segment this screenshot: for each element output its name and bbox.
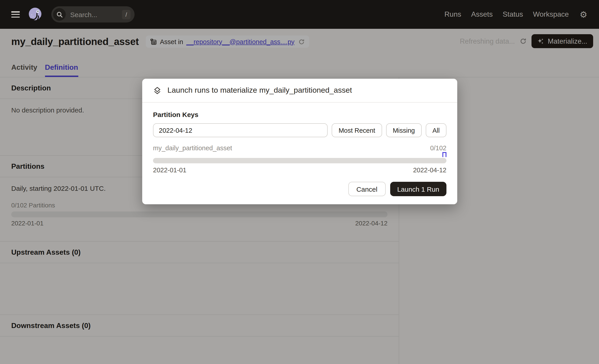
all-button[interactable]: All bbox=[426, 123, 446, 137]
nav-item-workspace[interactable]: Workspace bbox=[533, 10, 569, 18]
nav-item-assets[interactable]: Assets bbox=[471, 10, 493, 18]
cancel-button[interactable]: Cancel bbox=[348, 182, 386, 196]
dialog-progress-count: 0/102 bbox=[430, 144, 446, 152]
top-navbar: / Runs Assets Status Workspace ⚙ bbox=[0, 0, 599, 29]
app-root: / Runs Assets Status Workspace ⚙ my_dail… bbox=[0, 0, 599, 364]
missing-button[interactable]: Missing bbox=[386, 123, 422, 137]
global-search: / bbox=[51, 6, 135, 23]
dialog-start-date: 2022-01-01 bbox=[153, 166, 186, 174]
dialog-end-date: 2022-04-12 bbox=[413, 166, 446, 174]
asset-layers-icon bbox=[153, 86, 162, 95]
selected-partition-marker bbox=[442, 152, 446, 157]
most-recent-button[interactable]: Most Recent bbox=[332, 123, 382, 137]
dialog-title: Launch runs to materialize my_daily_part… bbox=[167, 86, 352, 95]
search-input[interactable] bbox=[69, 10, 122, 19]
partition-key-input[interactable] bbox=[153, 123, 328, 137]
dagster-logo[interactable] bbox=[27, 7, 43, 22]
dialog-header: Launch runs to materialize my_daily_part… bbox=[142, 79, 457, 103]
search-shortcut-badge: / bbox=[122, 10, 131, 19]
launch-partitions-dialog: Launch runs to materialize my_daily_part… bbox=[142, 79, 457, 204]
dialog-partition-bar[interactable] bbox=[153, 158, 446, 163]
search-icon bbox=[53, 8, 66, 21]
selection-marker-row bbox=[153, 152, 446, 158]
nav-item-runs[interactable]: Runs bbox=[444, 10, 461, 18]
dialog-asset-name: my_daily_partitioned_asset bbox=[153, 144, 232, 152]
settings-gear-icon[interactable]: ⚙ bbox=[580, 10, 587, 19]
nav-item-status[interactable]: Status bbox=[503, 10, 523, 18]
launch-run-button[interactable]: Launch 1 Run bbox=[390, 182, 446, 196]
partition-keys-label: Partition Keys bbox=[153, 111, 446, 118]
hamburger-menu-icon[interactable] bbox=[11, 11, 20, 17]
nav-links: Runs Assets Status Workspace bbox=[444, 10, 569, 18]
dialog-body: Partition Keys Most Recent Missing All m… bbox=[142, 103, 457, 204]
